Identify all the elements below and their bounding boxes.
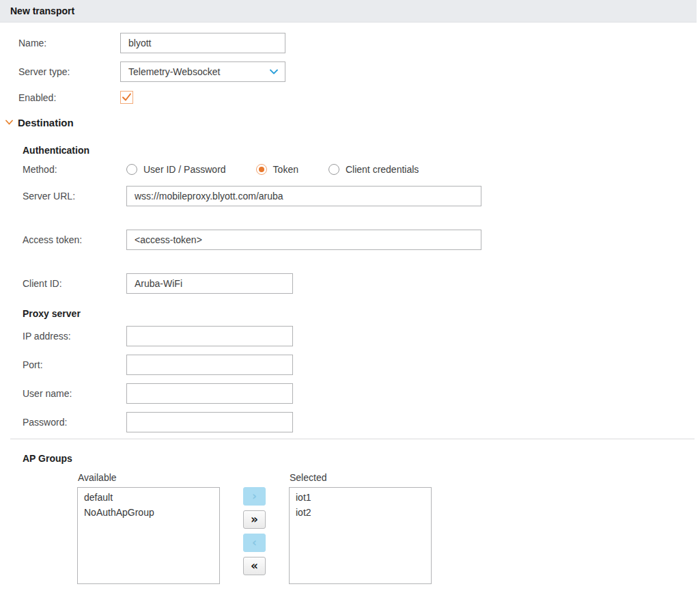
ip-address-row: IP address: xyxy=(0,326,700,346)
radio-icon xyxy=(126,164,137,175)
destination-section-title: Destination xyxy=(18,117,74,128)
enabled-label: Enabled: xyxy=(18,92,120,103)
server-type-select[interactable]: Telemetry-Websocket xyxy=(120,61,285,82)
port-input[interactable] xyxy=(126,355,293,375)
user-name-row: User name: xyxy=(0,383,700,404)
server-type-row: Server type: Telemetry-Websocket xyxy=(0,61,700,82)
client-id-label: Client ID: xyxy=(23,278,126,289)
list-item[interactable]: NoAuthApGroup xyxy=(78,505,219,520)
enabled-checkbox[interactable] xyxy=(120,91,133,104)
user-name-input[interactable] xyxy=(126,383,293,404)
list-item[interactable]: iot1 xyxy=(290,490,431,505)
radio-option-label: User ID / Password xyxy=(143,164,226,175)
available-label: Available xyxy=(77,472,220,483)
move-all-left-button[interactable]: « xyxy=(243,557,266,575)
selected-label: Selected xyxy=(289,472,432,483)
access-token-input[interactable] xyxy=(126,230,481,250)
name-label: Name: xyxy=(18,38,120,49)
double-chevron-right-icon: » xyxy=(251,514,258,525)
section-divider xyxy=(10,439,695,439)
password-row: Password: xyxy=(0,412,700,432)
checkmark-icon xyxy=(122,93,132,102)
ap-groups-body: Available default NoAuthApGroup › » ‹ « … xyxy=(0,472,700,584)
access-token-row: Access token: xyxy=(0,230,700,250)
enabled-row: Enabled: xyxy=(0,91,700,104)
authentication-header-row: Authentication xyxy=(0,145,700,156)
list-item[interactable]: default xyxy=(78,490,219,505)
authentication-title: Authentication xyxy=(23,145,89,156)
move-left-button[interactable]: ‹ xyxy=(243,534,266,552)
chevron-left-icon: ‹ xyxy=(252,537,257,549)
method-row: Method: User ID / Password Token Client … xyxy=(0,164,700,175)
server-type-value: Telemetry-Websocket xyxy=(128,66,220,77)
ip-address-label: IP address: xyxy=(23,331,126,342)
radio-selected-icon xyxy=(256,164,267,175)
page-title: New transport xyxy=(10,5,74,16)
port-label: Port: xyxy=(23,359,126,370)
client-id-input[interactable] xyxy=(126,273,293,294)
chevron-right-icon: › xyxy=(252,491,257,502)
double-chevron-left-icon: « xyxy=(251,560,258,572)
available-column: Available default NoAuthApGroup xyxy=(77,472,220,584)
client-id-row: Client ID: xyxy=(0,273,700,294)
password-input[interactable] xyxy=(126,412,293,432)
radio-icon xyxy=(328,164,339,175)
name-row: Name: xyxy=(0,33,700,53)
chevron-expanded-icon xyxy=(5,120,13,125)
selected-column: Selected iot1 iot2 xyxy=(289,472,432,584)
server-url-label: Server URL: xyxy=(23,191,126,202)
server-url-input[interactable] xyxy=(126,186,481,206)
server-url-row: Server URL: xyxy=(0,186,700,206)
radio-option-userid-password[interactable]: User ID / Password xyxy=(126,164,226,175)
new-transport-page: New transport Name: Server type: Telemet… xyxy=(0,0,700,593)
access-token-label: Access token: xyxy=(23,234,126,245)
radio-option-label: Client credentials xyxy=(346,164,419,175)
selected-listbox[interactable]: iot1 iot2 xyxy=(289,487,432,584)
destination-section-toggle[interactable]: Destination xyxy=(0,115,700,129)
available-listbox[interactable]: default NoAuthApGroup xyxy=(77,487,220,584)
chevron-down-icon xyxy=(270,69,278,74)
name-input[interactable] xyxy=(120,33,285,53)
method-label: Method: xyxy=(23,164,126,175)
user-name-label: User name: xyxy=(23,388,126,399)
proxy-server-title: Proxy server xyxy=(23,308,81,320)
ap-groups-header-row: AP Groups xyxy=(0,453,700,465)
radio-option-client-credentials[interactable]: Client credentials xyxy=(328,164,419,175)
move-all-right-button[interactable]: » xyxy=(243,510,266,529)
radio-option-token[interactable]: Token xyxy=(256,164,298,175)
transfer-buttons: › » ‹ « xyxy=(243,487,266,580)
page-header: New transport xyxy=(0,0,697,23)
radio-option-label: Token xyxy=(273,164,298,175)
move-right-button[interactable]: › xyxy=(243,487,266,506)
port-row: Port: xyxy=(0,355,700,375)
ip-address-input[interactable] xyxy=(126,326,293,346)
password-label: Password: xyxy=(23,417,126,428)
ap-groups-title: AP Groups xyxy=(23,453,72,465)
proxy-server-header-row: Proxy server xyxy=(0,308,700,320)
list-item[interactable]: iot2 xyxy=(290,505,431,520)
server-type-label: Server type: xyxy=(18,66,120,77)
